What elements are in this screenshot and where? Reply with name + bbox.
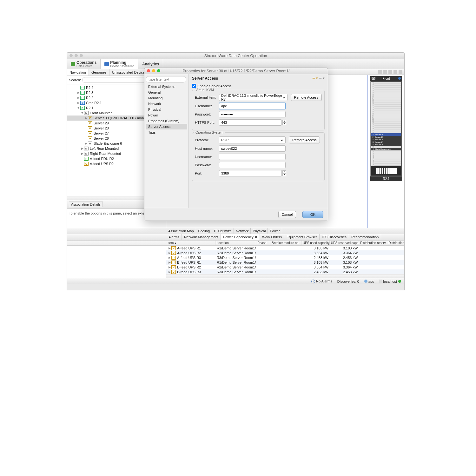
tab-power[interactable]: Power <box>268 228 282 234</box>
category-external-systems[interactable]: External Systems <box>146 84 187 89</box>
category-tags[interactable]: Tags <box>146 129 187 135</box>
nav-tab-genomes[interactable]: Genomes <box>89 69 109 76</box>
search-label: Search: <box>69 78 81 82</box>
col-header[interactable]: Location <box>215 241 256 245</box>
properties-dialog: Properties for Server 30 at U-15/R2.1/R2… <box>144 68 328 221</box>
table-row[interactable]: ▶UB-feed UPS R1R1/Demo Server Room1/3.10… <box>166 260 404 265</box>
col-header[interactable]: Item ▴ <box>166 241 215 245</box>
category-mounting[interactable]: Mounting <box>146 95 187 101</box>
rack-preview: iQ Front 4241403938373635343332313029282… <box>368 75 404 228</box>
dialog-sidebar: External SystemsGeneralMountingNetworkPh… <box>144 74 189 208</box>
discoveries-status: Discoveries: 0 <box>337 280 359 283</box>
table-row[interactable]: ▶UB-feed UPS R2R2/Demo Server Room1/3.36… <box>166 265 404 269</box>
category-general[interactable]: General <box>146 89 187 95</box>
external-item-select[interactable]: Dell iDRAC 11G monolithic PowerEdge R7▴▾ <box>219 94 288 101</box>
os-port-stepper[interactable]: ▲▼ <box>282 170 286 176</box>
maximize-icon[interactable] <box>399 70 402 74</box>
tab-network-management[interactable]: Network Management <box>182 234 221 240</box>
os-username-field[interactable] <box>219 154 286 160</box>
os-remote-access-button[interactable]: Remote Access <box>289 136 320 143</box>
rack-u-15[interactable]: 15Server 30 <box>371 133 401 136</box>
tab-equipment-browser[interactable]: Equipment Browser <box>284 234 320 240</box>
tab-power-dependency-[interactable]: Power Dependency ✕ <box>221 234 260 240</box>
table-row[interactable]: ▶UA-feed UPS R1R1/Demo Server Room1/3.10… <box>166 246 404 250</box>
category-power[interactable]: Power <box>146 112 187 118</box>
col-header[interactable]: Distribution reserv <box>359 241 387 245</box>
dialog-traffic-lights[interactable] <box>147 69 160 72</box>
ok-button[interactable]: OK <box>302 211 323 218</box>
app-title: StruxureWare Data Center Operation <box>204 54 267 58</box>
window-controls[interactable] <box>69 54 83 57</box>
rack-u-13[interactable]: 13Server 28 <box>371 138 401 141</box>
view-icon[interactable] <box>378 70 382 74</box>
rack-barcode <box>371 166 401 175</box>
category-network[interactable]: Network <box>146 101 187 107</box>
os-protocol-select[interactable]: RDP▴▾ <box>219 136 286 143</box>
category-server-access[interactable]: Server Access <box>146 124 187 129</box>
menu-icon[interactable] <box>388 70 392 74</box>
col-header[interactable]: Breaker module na <box>270 241 301 245</box>
enable-server-access-checkbox[interactable]: Enable Server Access <box>192 84 325 88</box>
kvm-port-stepper[interactable]: ▲▼ <box>282 120 286 125</box>
col-header[interactable]: Distribution <box>387 241 404 245</box>
minimize-icon[interactable] <box>393 70 397 74</box>
close-icon <box>147 69 150 72</box>
twisty-icon[interactable]: ▶ <box>76 96 80 99</box>
twisty-icon[interactable]: ▶ <box>76 101 80 104</box>
twisty-icon[interactable]: ▼ <box>76 106 80 109</box>
tab-physical[interactable]: Physical <box>251 228 268 234</box>
rack-u-9[interactable]: 9Blade Enclosure 6 <box>371 148 401 150</box>
kvm-password-field[interactable] <box>219 111 286 117</box>
kvm-remote-access-button[interactable]: Remote Access <box>291 94 322 101</box>
os-password-field[interactable] <box>219 162 286 168</box>
tab-it-optimize[interactable]: IT Optimize <box>212 228 234 234</box>
table-row[interactable]: ▶UA-feed UPS R3R3/Demo Server Room1/2.45… <box>166 255 404 260</box>
status-bar: iNo Alarms Discoveries: 0 apc localhost <box>67 278 404 284</box>
enable-checkbox[interactable] <box>192 84 196 88</box>
cancel-button[interactable]: Cancel <box>278 211 296 218</box>
rack-u-14[interactable]: 14Server 29 <box>371 136 401 138</box>
col-header[interactable]: UPS used capacity <box>301 241 330 245</box>
table-row[interactable]: ▶UB-feed UPS R3R3/Demo Server Room1/2.45… <box>166 269 404 274</box>
category-filter[interactable] <box>146 76 186 83</box>
category-physical[interactable]: Physical <box>146 107 187 112</box>
perspective-planning[interactable]: PlanningDevice Association <box>101 59 138 69</box>
rack-u-11[interactable]: 11Server 26 <box>371 143 401 146</box>
zoom-icon <box>157 69 160 72</box>
app-titlebar: StruxureWare Data Center Operation <box>67 53 404 59</box>
rack-header: iQ Front <box>370 76 402 81</box>
nav-tab-unassociated-devices[interactable]: Unassociated Devices <box>109 69 149 76</box>
os-hostname-field[interactable] <box>219 145 286 152</box>
nav-tab-navigation[interactable]: Navigation <box>67 69 89 76</box>
table-row[interactable]: ▶UA-feed UPS R2R2/Demo Server Room1/3.36… <box>166 250 404 255</box>
twisty-icon[interactable]: ▼ <box>80 111 84 115</box>
nav-arrows[interactable]: ⇦ ▾ ⇨ ▾ <box>312 76 325 80</box>
twisty-icon[interactable]: ▶ <box>84 116 88 120</box>
kvm-port-field[interactable] <box>219 119 282 126</box>
tab-network[interactable]: Network <box>234 228 251 234</box>
table-scrollbar[interactable] <box>166 274 404 278</box>
twisty-icon[interactable]: ▶ <box>80 152 84 155</box>
section-title: Server Access <box>192 76 218 81</box>
os-port-field[interactable] <box>219 170 282 176</box>
operating-system-group: Operating System Protocol: RDP▴▾ Remote … <box>192 132 325 181</box>
col-header[interactable]: UPS reserved capa <box>330 241 359 245</box>
tab-work-orders[interactable]: Work Orders <box>260 234 284 240</box>
info-dot-icon <box>398 77 401 80</box>
rack-u-12[interactable]: 12Server 27 <box>371 141 401 143</box>
twisty-icon[interactable]: ▶ <box>76 91 80 94</box>
col-header[interactable]: Phase <box>256 241 270 245</box>
list-icon[interactable] <box>383 70 387 74</box>
bottom-panel: Association MapCoolingIT OptimizeNetwork… <box>67 228 404 278</box>
kvm-username-field[interactable] <box>219 103 286 109</box>
tab-cooling[interactable]: Cooling <box>196 228 212 234</box>
twisty-icon[interactable]: ▶ <box>84 142 88 145</box>
tab-alarms[interactable]: Alarms <box>166 234 182 240</box>
user-status: apc <box>364 280 374 283</box>
tab-ito-discoveries[interactable]: ITO Discoveries <box>320 234 349 240</box>
twisty-icon[interactable]: ▶ <box>80 147 84 150</box>
perspective-operations[interactable]: OperationsData Center <box>67 59 101 69</box>
category-properties-custom-[interactable]: Properties (Custom) <box>146 118 187 124</box>
tab-association-map[interactable]: Association Map <box>166 228 196 234</box>
tab-recommendation[interactable]: Recommendation <box>349 234 381 240</box>
